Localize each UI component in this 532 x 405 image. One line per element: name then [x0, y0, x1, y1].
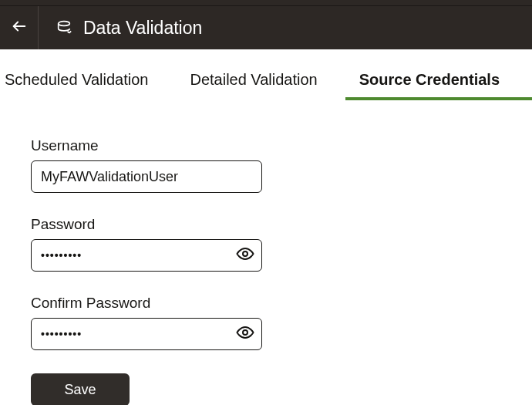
tab-label: Detailed Validation — [190, 71, 317, 88]
password-label: Password — [31, 216, 501, 233]
credentials-form: Username Password Confirm Password — [0, 100, 532, 405]
tab-label: Scheduled Validation — [5, 71, 148, 88]
save-button[interactable]: Save — [31, 373, 130, 405]
username-input[interactable] — [31, 160, 262, 193]
tab-scheduled-validation[interactable]: Scheduled Validation — [3, 71, 162, 100]
tab-bar: Scheduled Validation Detailed Validation… — [0, 49, 532, 100]
tab-source-credentials[interactable]: Source Credentials — [345, 71, 513, 100]
window-top-strip — [0, 0, 532, 6]
page-title: Data Validation — [83, 18, 202, 39]
arrow-left-icon — [11, 18, 28, 38]
confirm-password-label: Confirm Password — [31, 295, 501, 312]
tab-label: Source Credentials — [359, 71, 500, 88]
toggle-confirm-password-visibility[interactable] — [234, 323, 256, 345]
app-header: Data Validation — [0, 6, 532, 49]
username-group: Username — [31, 137, 501, 193]
eye-icon — [236, 245, 254, 266]
eye-icon — [236, 323, 254, 345]
confirm-password-input[interactable] — [31, 318, 262, 350]
svg-point-1 — [59, 22, 70, 26]
save-button-label: Save — [64, 382, 96, 397]
password-group: Password — [31, 216, 501, 272]
back-button[interactable] — [0, 6, 39, 49]
tab-detailed-validation[interactable]: Detailed Validation — [176, 71, 331, 100]
svg-point-2 — [243, 251, 247, 256]
data-validation-icon — [56, 19, 72, 36]
svg-point-3 — [243, 330, 247, 335]
password-input[interactable] — [31, 239, 262, 272]
confirm-password-group: Confirm Password — [31, 295, 501, 350]
toggle-password-visibility[interactable] — [234, 245, 256, 266]
username-label: Username — [31, 137, 501, 154]
